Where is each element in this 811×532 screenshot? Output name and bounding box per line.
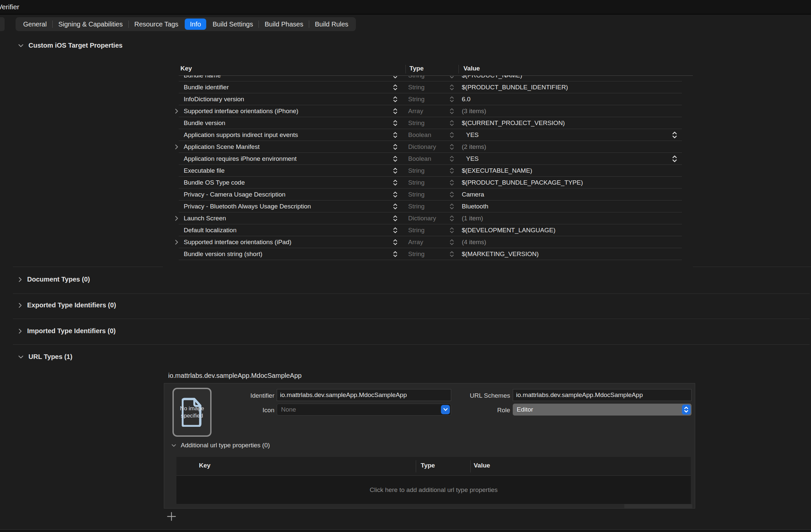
property-type[interactable]: String bbox=[408, 120, 425, 127]
table-row[interactable]: Application Scene Manifest Dictionary (2… bbox=[172, 141, 695, 153]
property-type[interactable]: Dictionary bbox=[408, 143, 436, 151]
tab-build-phases[interactable]: Build Phases bbox=[259, 17, 309, 31]
icon-combobox[interactable]: None bbox=[277, 404, 451, 416]
table-row[interactable]: Bundle identifier String $(PRODUCT_BUNDL… bbox=[172, 81, 695, 93]
property-type[interactable]: Array bbox=[408, 238, 423, 246]
property-type[interactable]: String bbox=[408, 75, 425, 79]
section-imported-type-identifiers[interactable]: Imported Type Identifiers (0) bbox=[18, 327, 116, 335]
combobox-dropdown-button[interactable] bbox=[441, 405, 450, 414]
table-row[interactable]: Supported interface orientations (iPhone… bbox=[172, 105, 695, 117]
key-stepper-icon[interactable] bbox=[393, 155, 398, 163]
tab-resource-tags[interactable]: Resource Tags bbox=[129, 17, 184, 31]
disclosure-chevron-icon[interactable] bbox=[175, 216, 179, 221]
tab-info[interactable]: Info bbox=[185, 18, 206, 30]
table-row[interactable]: Privacy - Bluetooth Always Usage Descrip… bbox=[172, 201, 695, 213]
tab-build-rules[interactable]: Build Rules bbox=[309, 17, 354, 31]
property-type[interactable]: String bbox=[408, 167, 425, 174]
key-stepper-icon[interactable] bbox=[393, 143, 398, 151]
key-stepper-icon[interactable] bbox=[393, 250, 398, 258]
type-stepper-icon[interactable] bbox=[449, 215, 454, 222]
table-row[interactable]: Application requires iPhone environment … bbox=[172, 153, 695, 165]
disclosure-chevron-icon[interactable] bbox=[175, 239, 179, 245]
key-stepper-icon[interactable] bbox=[393, 226, 398, 234]
boolean-dropdown-icon[interactable] bbox=[672, 131, 677, 139]
property-type[interactable]: String bbox=[408, 96, 425, 103]
boolean-dropdown-icon[interactable] bbox=[672, 155, 677, 163]
section-document-types[interactable]: Document Types (0) bbox=[18, 276, 90, 283]
property-type[interactable]: String bbox=[408, 84, 425, 91]
table-row[interactable]: Executable file String $(EXECUTABLE_NAME… bbox=[172, 165, 695, 177]
property-type[interactable]: String bbox=[408, 250, 425, 258]
type-stepper-icon[interactable] bbox=[449, 108, 454, 115]
type-stepper-icon[interactable] bbox=[449, 155, 454, 163]
type-stepper-icon[interactable] bbox=[449, 179, 454, 187]
key-stepper-icon[interactable] bbox=[393, 108, 398, 115]
type-stepper-icon[interactable] bbox=[449, 84, 454, 91]
table-row[interactable]: InfoDictionary version String 6.0 bbox=[172, 93, 695, 105]
table-row[interactable]: Bundle name String $(PRODUCT_NAME) bbox=[172, 75, 695, 81]
type-stepper-icon[interactable] bbox=[449, 75, 454, 79]
type-stepper-icon[interactable] bbox=[449, 120, 454, 127]
disclosure-chevron-icon[interactable] bbox=[175, 144, 179, 150]
type-stepper-icon[interactable] bbox=[449, 96, 454, 103]
add-additional-properties-hint[interactable]: Click here to add additional url type pr… bbox=[177, 476, 691, 504]
section-custom-ios-target-properties[interactable]: Custom iOS Target Properties bbox=[18, 42, 122, 49]
chevron-right-icon[interactable] bbox=[18, 303, 22, 308]
table-row[interactable]: Supported interface orientations (iPad) … bbox=[172, 236, 695, 248]
table-row[interactable]: Launch Screen Dictionary (1 item) bbox=[172, 213, 695, 224]
chevron-right-icon[interactable] bbox=[18, 277, 22, 282]
tab-build-settings[interactable]: Build Settings bbox=[207, 17, 259, 31]
key-stepper-icon[interactable] bbox=[393, 131, 398, 139]
property-type[interactable]: String bbox=[408, 226, 425, 234]
table-row[interactable]: Application supports indirect input even… bbox=[172, 129, 695, 141]
key-stepper-icon[interactable] bbox=[393, 84, 398, 91]
section-exported-type-identifiers[interactable]: Exported Type Identifiers (0) bbox=[18, 301, 116, 309]
section-url-types[interactable]: URL Types (1) bbox=[18, 353, 73, 361]
type-stepper-icon[interactable] bbox=[449, 250, 454, 258]
key-stepper-icon[interactable] bbox=[393, 191, 398, 199]
type-stepper-icon[interactable] bbox=[449, 203, 454, 210]
table-row[interactable]: Privacy - Camera Usage Description Strin… bbox=[172, 189, 695, 201]
key-stepper-icon[interactable] bbox=[393, 215, 398, 222]
type-stepper-icon[interactable] bbox=[449, 143, 454, 151]
property-type[interactable]: Boolean bbox=[408, 155, 431, 162]
key-stepper-icon[interactable] bbox=[393, 96, 398, 103]
popup-stepper-button[interactable] bbox=[682, 405, 690, 414]
property-type[interactable]: Array bbox=[408, 108, 423, 115]
key-stepper-icon[interactable] bbox=[393, 167, 398, 175]
type-stepper-icon[interactable] bbox=[449, 191, 454, 199]
key-stepper-icon[interactable] bbox=[393, 75, 398, 79]
key-stepper-icon[interactable] bbox=[393, 179, 398, 187]
url-schemes-field[interactable]: io.mattrlabs.dev.sampleApp.MdocSampleApp bbox=[513, 389, 691, 401]
horizontal-scrollbar[interactable] bbox=[624, 504, 692, 508]
key-stepper-icon[interactable] bbox=[393, 203, 398, 210]
type-stepper-icon[interactable] bbox=[449, 238, 454, 246]
property-type[interactable]: String bbox=[408, 191, 425, 198]
disclosure-chevron-icon[interactable] bbox=[175, 109, 179, 114]
chevron-right-icon[interactable] bbox=[18, 329, 22, 334]
chevron-down-icon[interactable] bbox=[171, 444, 176, 447]
identifier-field[interactable]: io.mattrlabs.dev.sampleApp.MdocSampleApp bbox=[277, 389, 451, 401]
type-stepper-icon[interactable] bbox=[449, 167, 454, 175]
chevron-down-icon[interactable] bbox=[18, 355, 24, 359]
key-stepper-icon[interactable] bbox=[393, 120, 398, 127]
url-type-image-well[interactable]: No image specified bbox=[172, 388, 212, 437]
property-type[interactable]: String bbox=[408, 203, 425, 210]
property-type[interactable]: Boolean bbox=[408, 131, 431, 139]
table-row[interactable]: Default localization String $(DEVELOPMEN… bbox=[172, 224, 695, 236]
tab-signing-capabilities[interactable]: Signing & Capabilities bbox=[52, 17, 128, 31]
add-url-type-button[interactable] bbox=[167, 512, 176, 521]
type-stepper-icon[interactable] bbox=[449, 226, 454, 234]
chevron-down-icon[interactable] bbox=[18, 44, 24, 48]
additional-url-type-properties-header[interactable]: Additional url type properties (0) bbox=[171, 442, 270, 449]
type-stepper-icon[interactable] bbox=[449, 131, 454, 139]
property-type[interactable]: String bbox=[408, 179, 425, 186]
property-type[interactable]: Dictionary bbox=[408, 215, 436, 222]
table-row[interactable]: Bundle version string (short) String $(M… bbox=[172, 248, 695, 260]
role-popup[interactable]: Editor bbox=[513, 404, 691, 416]
divider bbox=[13, 294, 810, 294]
table-row[interactable]: Bundle OS Type code String $(PRODUCT_BUN… bbox=[172, 177, 695, 189]
key-stepper-icon[interactable] bbox=[393, 238, 398, 246]
table-row[interactable]: Bundle version String $(CURRENT_PROJECT_… bbox=[172, 117, 695, 129]
tab-general[interactable]: General bbox=[17, 17, 52, 31]
